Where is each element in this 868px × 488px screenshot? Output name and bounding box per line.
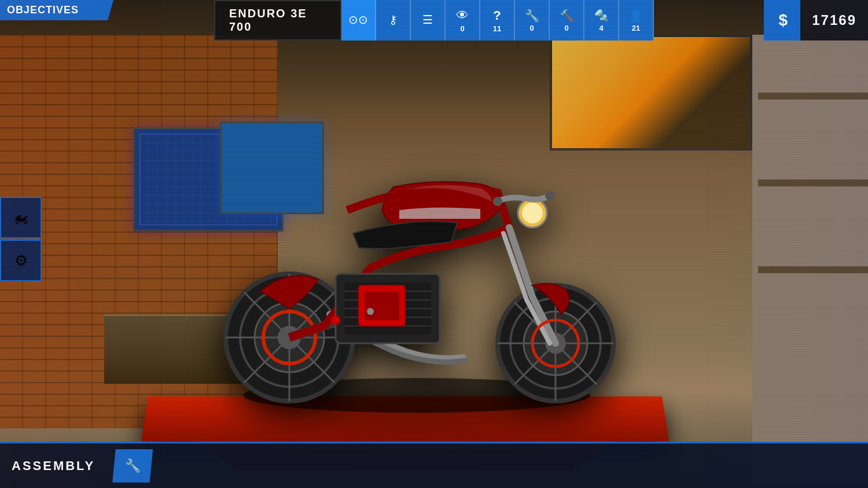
- top-hud: ENDURO 3E 700 ⊙⊙ ⚷ ☰ 👁 0: [214, 0, 654, 41]
- hud-list-button[interactable]: ☰: [411, 0, 446, 41]
- vehicle-name-text: ENDURO 3E 700: [229, 7, 326, 34]
- dollar-symbol: $: [778, 11, 788, 30]
- assembly-plus-wrench-icon: 🔧: [125, 458, 141, 474]
- hud-hammer-button[interactable]: 🔩 4: [584, 0, 619, 41]
- person-icon: 👤: [629, 9, 643, 23]
- hammer-badge: 4: [599, 24, 603, 32]
- shelf-2: [758, 179, 868, 186]
- engine-panel-button[interactable]: ⚙: [0, 240, 42, 281]
- assembly-icon-button[interactable]: 🔧: [112, 449, 153, 483]
- motorcycle-panel-icon: 🏍: [13, 209, 28, 227]
- motorcycle: [174, 94, 665, 413]
- hud-person-button[interactable]: 👤 21: [619, 0, 654, 41]
- bottom-bar: ASSEMBLY 🔧: [0, 442, 868, 488]
- game-viewport: Objectives ENDURO 3E 700 ⊙⊙ ⚷ ☰: [0, 0, 868, 488]
- objectives-button[interactable]: Objectives: [0, 0, 113, 20]
- money-display: $ 17169: [764, 0, 868, 41]
- objectives-label: Objectives: [7, 4, 79, 16]
- hammer-icon: 🔩: [594, 9, 609, 23]
- hud-tools-button[interactable]: 🔨 0: [550, 0, 584, 41]
- hud-wrench-button[interactable]: 🔧 0: [515, 0, 550, 41]
- question-icon: ?: [493, 8, 501, 23]
- svg-point-30: [493, 197, 502, 206]
- shelf-1: [758, 93, 868, 100]
- hud-icons-group: ⊙⊙ ⚷ ☰ 👁 0 ? 11: [341, 0, 654, 41]
- vehicle-name-box: ENDURO 3E 700: [214, 0, 341, 41]
- question-badge: 11: [493, 24, 501, 33]
- hud-headlights-button[interactable]: ⊙⊙: [341, 0, 376, 41]
- left-panels: 🏍 ⚙: [0, 197, 42, 281]
- motorcycle-panel-button[interactable]: 🏍: [0, 197, 42, 239]
- hud-key-button[interactable]: ⚷: [376, 0, 411, 41]
- wrench-badge: 0: [529, 24, 534, 32]
- svg-point-34: [331, 315, 340, 325]
- list-icon: ☰: [422, 13, 433, 27]
- engine-panel-icon: ⚙: [14, 252, 28, 270]
- svg-point-29: [522, 203, 543, 223]
- money-amount: 17169: [800, 12, 868, 28]
- right-wall: [752, 35, 868, 486]
- key-icon: ⚷: [389, 13, 398, 27]
- assembly-label: ASSEMBLY: [0, 458, 112, 474]
- dollar-symbol-box: $: [766, 0, 800, 41]
- headlights-icon: ⊙⊙: [348, 13, 368, 27]
- eye-icon: 👁: [456, 8, 469, 23]
- eye-badge: 0: [460, 24, 464, 33]
- hud-eye-button[interactable]: 👁 0: [446, 0, 480, 41]
- svg-rect-27: [365, 291, 399, 320]
- person-badge: 21: [632, 24, 640, 32]
- svg-point-33: [367, 308, 374, 315]
- wrench-icon: 🔧: [525, 9, 539, 23]
- tools-badge: 0: [564, 24, 568, 32]
- svg-point-31: [545, 191, 554, 200]
- hud-question-button[interactable]: ? 11: [480, 0, 515, 41]
- tools-icon: 🔨: [560, 9, 574, 23]
- shelf-3: [758, 266, 868, 273]
